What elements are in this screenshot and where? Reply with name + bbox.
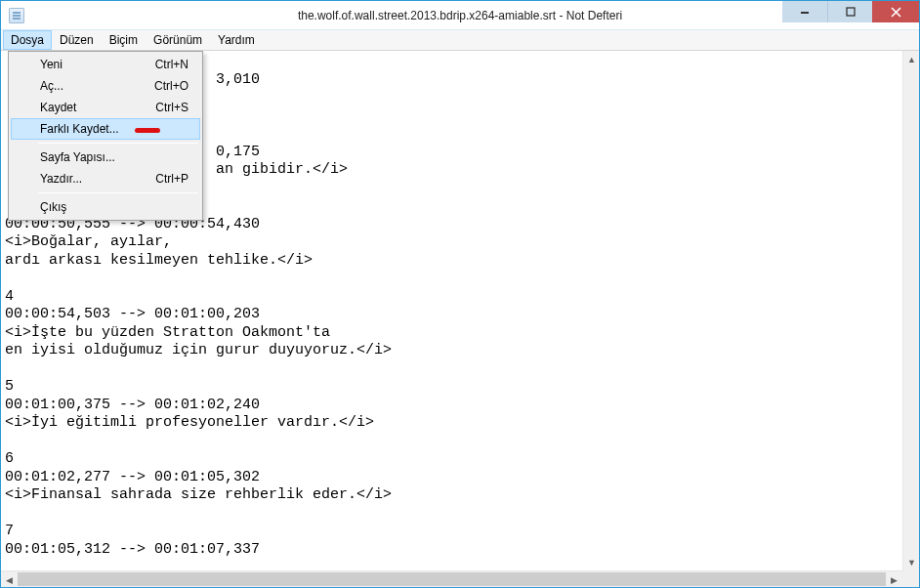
menu-item-exit[interactable]: Çıkış [11,196,200,218]
menu-item-open[interactable]: Aç... Ctrl+O [11,75,200,97]
scroll-right-icon[interactable]: ▶ [886,571,902,587]
notepad-window: the.wolf.of.wall.street.2013.bdrip.x264-… [0,0,920,588]
menu-label: Yardım [218,33,255,47]
window-controls [782,1,919,22]
menu-item-page-setup[interactable]: Sayfa Yapısı... [11,147,200,168]
menubar: Dosya Düzen Biçim Görünüm Yardım [1,30,919,51]
menu-item-label: Çıkış [40,200,66,214]
close-icon [891,7,901,18]
window-title: the.wolf.of.wall.street.2013.bdrip.x264-… [1,1,919,30]
scroll-down-icon[interactable]: ▼ [903,554,919,570]
annotation-mark-icon [135,128,160,133]
menu-label: Düzen [60,33,94,47]
menu-item-save[interactable]: Kaydet Ctrl+S [11,97,200,118]
menu-item-label: Aç... [40,79,63,93]
menu-item-save-as[interactable]: Farklı Kaydet... [11,118,200,140]
menu-item-label: Yeni [40,58,63,71]
minimize-icon [800,7,810,17]
svg-rect-0 [801,12,809,14]
menu-label: Biçim [109,33,138,47]
menu-label: Dosya [11,33,44,47]
scroll-left-icon[interactable]: ◀ [1,571,18,587]
svg-rect-1 [847,8,855,16]
close-button[interactable] [872,1,919,22]
scroll-thumb[interactable] [18,572,886,586]
menu-item-label: Kaydet [40,101,76,114]
menu-separator [38,192,198,193]
file-menu-dropdown: Yeni Ctrl+N Aç... Ctrl+O Kaydet Ctrl+S F… [8,51,203,221]
menu-item-shortcut: Ctrl+S [155,101,188,114]
menu-item-shortcut: Ctrl+P [155,172,188,186]
menu-item-shortcut: Ctrl+O [154,79,188,93]
scroll-up-icon[interactable]: ▲ [903,51,919,67]
titlebar[interactable]: the.wolf.of.wall.street.2013.bdrip.x264-… [1,1,919,30]
menu-yardim[interactable]: Yardım [210,30,263,50]
menu-duzen[interactable]: Düzen [52,30,102,50]
scroll-corner [902,570,919,587]
menu-label: Görünüm [153,33,202,47]
maximize-icon [846,7,856,17]
menu-bicim[interactable]: Biçim [102,30,146,50]
menu-gorunum[interactable]: Görünüm [146,30,210,50]
horizontal-scrollbar[interactable]: ◀ ▶ [1,570,902,587]
menu-item-label: Sayfa Yapısı... [40,150,115,164]
menu-separator [38,143,198,144]
notepad-icon [9,8,24,23]
menu-item-print[interactable]: Yazdır... Ctrl+P [11,168,200,189]
menu-item-new[interactable]: Yeni Ctrl+N [11,54,200,75]
menu-item-label: Yazdır... [40,172,82,186]
minimize-button[interactable] [782,1,827,22]
menu-item-shortcut: Ctrl+N [155,58,188,71]
maximize-button[interactable] [827,1,872,22]
vertical-scrollbar[interactable]: ▲ ▼ [902,51,919,570]
menu-item-label: Farklı Kaydet... [40,122,119,136]
menu-dosya[interactable]: Dosya [3,30,52,50]
